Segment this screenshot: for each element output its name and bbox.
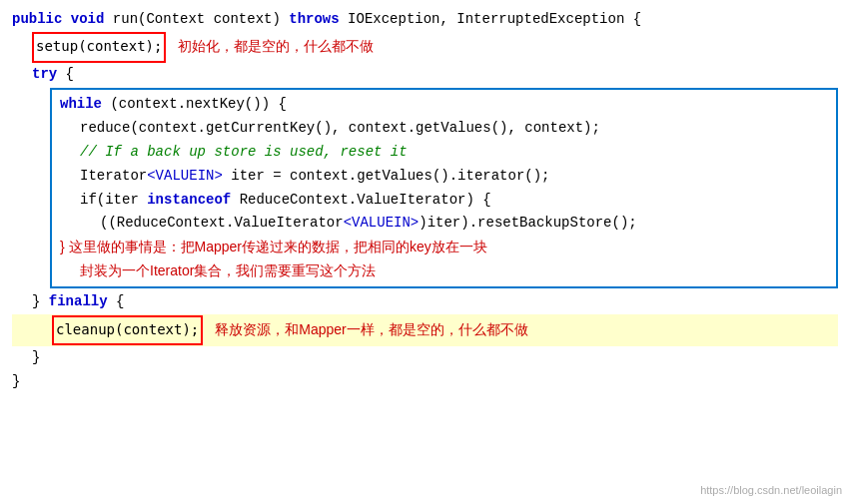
line-if: if(iter instanceof ReduceContext.ValueIt… (60, 189, 828, 213)
line-reduce: reduce(context.getCurrentKey(), context.… (60, 117, 828, 141)
generic-valuein: <VALUEIN> (147, 165, 223, 189)
line-setup: setup(context); 初始化，都是空的，什么都不做 (12, 32, 838, 63)
if-rest: ReduceContext.ValueIterator) { (240, 189, 491, 213)
line-while: while (context.nextKey()) { (60, 93, 828, 117)
while-block-box: while (context.nextKey()) { reduce(conte… (50, 88, 838, 287)
line-close-method: } (12, 370, 838, 394)
line-comment: // If a back up store is used, reset it (60, 141, 828, 165)
method-name: run(Context context) (113, 8, 289, 32)
if-keyword: if(iter (80, 189, 147, 213)
chinese-text1: } 这里做的事情是：把Mapper传递过来的数据，把相同的key放在一块 (60, 236, 487, 259)
line-signature: public void run(Context context) throws … (12, 8, 838, 32)
setup-box: setup(context); (32, 32, 166, 63)
cast-after: )iter).resetBackupStore(); (419, 212, 636, 236)
close-while-brace: } (32, 290, 49, 314)
kw-void: void (71, 8, 113, 32)
cleanup-box: cleanup(context); (52, 315, 203, 346)
iterator-rest: iter = context.getValues().iterator(); (223, 165, 550, 189)
line-cleanup: cleanup(context); 释放资源，和Mapper一样，都是空的，什么… (52, 315, 838, 346)
reduce-call: reduce(context.getCurrentKey(), context.… (80, 117, 600, 141)
setup-code: setup(context); (36, 38, 162, 54)
line-chinese1: } 这里做的事情是：把Mapper传递过来的数据，把相同的key放在一块 (60, 236, 828, 259)
kw-while: while (60, 93, 110, 117)
line-finally: } finally { (12, 290, 838, 314)
close-try-brace: } (32, 346, 40, 370)
kw-finally: finally (49, 290, 116, 314)
kw-try: try (32, 63, 66, 87)
line-iterator: Iterator<VALUEIN> iter = context.getValu… (60, 165, 828, 189)
kw-throws: throws (289, 8, 348, 32)
kw-public: public (12, 8, 71, 32)
chinese-text2: 封装为一个Iterator集合，我们需要重写这个方法 (80, 259, 376, 283)
line-chinese2: 封装为一个Iterator集合，我们需要重写这个方法 (60, 259, 828, 283)
cleanup-line-wrapper: cleanup(context); 释放资源，和Mapper一样，都是空的，什么… (12, 314, 838, 347)
while-condition: (context.nextKey()) { (110, 93, 286, 117)
line-cast: ((ReduceContext.ValueIterator<VALUEIN>)i… (60, 212, 828, 236)
kw-instanceof: instanceof (147, 189, 239, 213)
close-method-brace: } (12, 370, 20, 394)
comment-text: // If a back up store is used, reset it (80, 141, 408, 165)
line-try: try { (12, 63, 838, 87)
code-container: public void run(Context context) throws … (0, 0, 850, 402)
cast-before: ((ReduceContext.ValueIterator (100, 212, 344, 236)
try-brace: { (66, 63, 74, 87)
watermark: https://blog.csdn.net/leoilagin (700, 484, 842, 496)
cleanup-comment: 释放资源，和Mapper一样，都是空的，什么都不做 (215, 318, 527, 342)
cast-generic: <VALUEIN> (344, 212, 420, 236)
exception-list: IOException, InterruptedException { (348, 8, 641, 32)
setup-comment: 初始化，都是空的，什么都不做 (178, 35, 374, 59)
finally-brace: { (116, 290, 124, 314)
line-close-try: } (12, 346, 838, 370)
iterator-type: Iterator (80, 165, 147, 189)
cleanup-code: cleanup(context); (56, 321, 199, 337)
